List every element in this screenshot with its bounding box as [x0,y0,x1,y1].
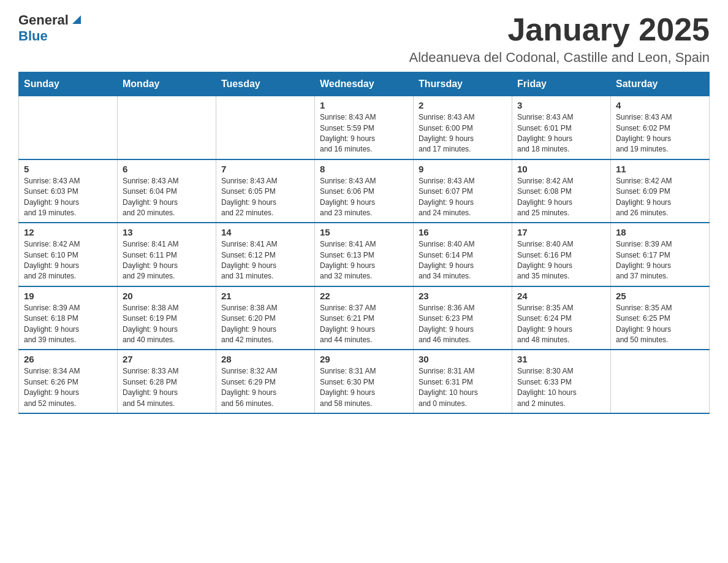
day-of-week-wednesday: Wednesday [315,72,414,96]
day-info: Sunrise: 8:42 AM Sunset: 6:08 PM Dayligh… [517,176,605,219]
page-header: General Blue January 2025 Aldeanueva del… [18,12,710,66]
day-number: 8 [320,164,408,174]
calendar-cell: 21Sunrise: 8:38 AM Sunset: 6:20 PM Dayli… [216,286,315,350]
calendar-cell: 17Sunrise: 8:40 AM Sunset: 6:16 PM Dayli… [512,223,611,286]
day-info: Sunrise: 8:34 AM Sunset: 6:26 PM Dayligh… [24,366,112,409]
day-info: Sunrise: 8:43 AM Sunset: 6:04 PM Dayligh… [123,176,211,219]
day-info: Sunrise: 8:41 AM Sunset: 6:13 PM Dayligh… [320,239,408,282]
day-number: 31 [517,354,605,364]
calendar-cell: 16Sunrise: 8:40 AM Sunset: 6:14 PM Dayli… [414,223,512,286]
calendar-cell [118,96,216,159]
day-info: Sunrise: 8:43 AM Sunset: 6:05 PM Dayligh… [221,176,309,219]
day-number: 29 [320,354,408,364]
day-info: Sunrise: 8:38 AM Sunset: 6:19 PM Dayligh… [123,303,211,346]
day-number: 18 [616,227,704,237]
day-info: Sunrise: 8:40 AM Sunset: 6:14 PM Dayligh… [419,239,507,282]
logo: General Blue [18,12,83,44]
week-row-3: 12Sunrise: 8:42 AM Sunset: 6:10 PM Dayli… [19,223,710,286]
calendar-cell: 29Sunrise: 8:31 AM Sunset: 6:30 PM Dayli… [315,350,414,413]
day-info: Sunrise: 8:42 AM Sunset: 6:10 PM Dayligh… [24,239,112,282]
day-info: Sunrise: 8:35 AM Sunset: 6:25 PM Dayligh… [616,303,704,346]
day-number: 5 [24,164,112,174]
logo-triangle-icon [70,13,83,26]
calendar-table: SundayMondayTuesdayWednesdayThursdayFrid… [18,72,710,414]
day-of-week-monday: Monday [118,72,216,96]
day-info: Sunrise: 8:33 AM Sunset: 6:28 PM Dayligh… [123,366,211,409]
day-info: Sunrise: 8:43 AM Sunset: 6:07 PM Dayligh… [419,176,507,219]
day-of-week-sunday: Sunday [19,72,118,96]
calendar-title: January 2025 [409,12,710,47]
day-number: 4 [616,100,704,110]
day-of-week-friday: Friday [512,72,611,96]
calendar-cell: 2Sunrise: 8:43 AM Sunset: 6:00 PM Daylig… [414,96,512,159]
day-info: Sunrise: 8:40 AM Sunset: 6:16 PM Dayligh… [517,239,605,282]
calendar-cell: 15Sunrise: 8:41 AM Sunset: 6:13 PM Dayli… [315,223,414,286]
day-info: Sunrise: 8:38 AM Sunset: 6:20 PM Dayligh… [221,303,309,346]
day-number: 2 [419,100,507,110]
day-number: 27 [123,354,211,364]
day-info: Sunrise: 8:35 AM Sunset: 6:24 PM Dayligh… [517,303,605,346]
calendar-cell: 28Sunrise: 8:32 AM Sunset: 6:29 PM Dayli… [216,350,315,413]
day-info: Sunrise: 8:43 AM Sunset: 6:06 PM Dayligh… [320,176,408,219]
logo-blue: Blue [18,28,48,44]
calendar-cell: 30Sunrise: 8:31 AM Sunset: 6:31 PM Dayli… [414,350,512,413]
day-number: 1 [320,100,408,110]
week-row-5: 26Sunrise: 8:34 AM Sunset: 6:26 PM Dayli… [19,350,710,413]
day-number: 11 [616,164,704,174]
day-number: 3 [517,100,605,110]
calendar-body: 1Sunrise: 8:43 AM Sunset: 5:59 PM Daylig… [19,96,710,413]
calendar-cell: 11Sunrise: 8:42 AM Sunset: 6:09 PM Dayli… [611,159,710,223]
day-number: 6 [123,164,211,174]
day-of-week-saturday: Saturday [611,72,710,96]
calendar-cell [19,96,118,159]
calendar-cell: 13Sunrise: 8:41 AM Sunset: 6:11 PM Dayli… [118,223,216,286]
week-row-2: 5Sunrise: 8:43 AM Sunset: 6:03 PM Daylig… [19,159,710,223]
calendar-cell: 14Sunrise: 8:41 AM Sunset: 6:12 PM Dayli… [216,223,315,286]
days-of-week-row: SundayMondayTuesdayWednesdayThursdayFrid… [19,72,710,96]
calendar-cell: 3Sunrise: 8:43 AM Sunset: 6:01 PM Daylig… [512,96,611,159]
day-number: 7 [221,164,309,174]
day-info: Sunrise: 8:43 AM Sunset: 6:03 PM Dayligh… [24,176,112,219]
calendar-cell: 7Sunrise: 8:43 AM Sunset: 6:05 PM Daylig… [216,159,315,223]
logo-general: General [18,12,69,28]
calendar-cell: 25Sunrise: 8:35 AM Sunset: 6:25 PM Dayli… [611,286,710,350]
week-row-4: 19Sunrise: 8:39 AM Sunset: 6:18 PM Dayli… [19,286,710,350]
day-number: 12 [24,227,112,237]
calendar-cell: 8Sunrise: 8:43 AM Sunset: 6:06 PM Daylig… [315,159,414,223]
day-of-week-thursday: Thursday [414,72,512,96]
day-info: Sunrise: 8:41 AM Sunset: 6:11 PM Dayligh… [123,239,211,282]
calendar-cell: 1Sunrise: 8:43 AM Sunset: 5:59 PM Daylig… [315,96,414,159]
calendar-header: SundayMondayTuesdayWednesdayThursdayFrid… [19,72,710,96]
day-info: Sunrise: 8:39 AM Sunset: 6:18 PM Dayligh… [24,303,112,346]
calendar-cell: 26Sunrise: 8:34 AM Sunset: 6:26 PM Dayli… [19,350,118,413]
calendar-cell [216,96,315,159]
calendar-cell: 4Sunrise: 8:43 AM Sunset: 6:02 PM Daylig… [611,96,710,159]
day-number: 17 [517,227,605,237]
day-info: Sunrise: 8:32 AM Sunset: 6:29 PM Dayligh… [221,366,309,409]
day-info: Sunrise: 8:37 AM Sunset: 6:21 PM Dayligh… [320,303,408,346]
day-number: 19 [24,291,112,301]
calendar-cell: 31Sunrise: 8:30 AM Sunset: 6:33 PM Dayli… [512,350,611,413]
day-info: Sunrise: 8:39 AM Sunset: 6:17 PM Dayligh… [616,239,704,282]
calendar-cell: 22Sunrise: 8:37 AM Sunset: 6:21 PM Dayli… [315,286,414,350]
calendar-cell: 23Sunrise: 8:36 AM Sunset: 6:23 PM Dayli… [414,286,512,350]
calendar-subtitle: Aldeanueva del Codonal, Castille and Leo… [409,50,710,66]
calendar-cell: 19Sunrise: 8:39 AM Sunset: 6:18 PM Dayli… [19,286,118,350]
day-info: Sunrise: 8:30 AM Sunset: 6:33 PM Dayligh… [517,366,605,409]
day-number: 23 [419,291,507,301]
calendar-cell: 27Sunrise: 8:33 AM Sunset: 6:28 PM Dayli… [118,350,216,413]
svg-marker-0 [72,15,81,24]
day-info: Sunrise: 8:43 AM Sunset: 5:59 PM Dayligh… [320,112,408,155]
calendar-cell: 20Sunrise: 8:38 AM Sunset: 6:19 PM Dayli… [118,286,216,350]
day-info: Sunrise: 8:31 AM Sunset: 6:31 PM Dayligh… [419,366,507,409]
day-info: Sunrise: 8:42 AM Sunset: 6:09 PM Dayligh… [616,176,704,219]
calendar-cell: 12Sunrise: 8:42 AM Sunset: 6:10 PM Dayli… [19,223,118,286]
calendar-cell [611,350,710,413]
day-of-week-tuesday: Tuesday [216,72,315,96]
day-number: 22 [320,291,408,301]
day-info: Sunrise: 8:43 AM Sunset: 6:01 PM Dayligh… [517,112,605,155]
day-number: 10 [517,164,605,174]
day-number: 15 [320,227,408,237]
day-number: 13 [123,227,211,237]
week-row-1: 1Sunrise: 8:43 AM Sunset: 5:59 PM Daylig… [19,96,710,159]
